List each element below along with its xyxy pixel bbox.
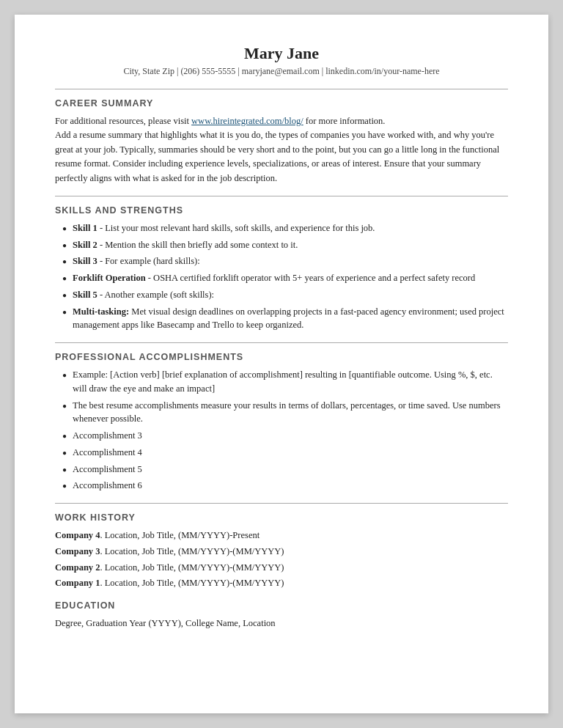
skills-list: Skill 1 - List your most relevant hard s… [55,221,508,332]
skills-title: SKILLS AND STRENGTHS [55,205,508,216]
accomplishment-text: Example: [Action verb] [brief explanatio… [73,368,508,396]
list-item: Accomplishment 5 [62,463,508,477]
education-section: EDUCATION Degree, Graduation Year (YYYY)… [55,600,508,630]
list-item: Multi-tasking: Met visual design deadlin… [62,305,508,333]
list-item: Accomplishment 4 [62,446,508,460]
applicant-name: Mary Jane [55,44,508,63]
list-item: Skill 5 - Another example (soft skills): [62,288,508,302]
list-item: Forklift Operation - OSHA certified fork… [62,271,508,285]
list-item: Accomplishment 3 [62,429,508,443]
education-title: EDUCATION [55,600,508,611]
company-name: Company 4 [55,530,100,540]
list-item: The best resume accomplishments measure … [62,399,508,427]
list-item: Skill 3 - For example (hard skills): [62,254,508,268]
work-item: Company 2. Location, Job Title, (MM/YYYY… [55,561,508,575]
accomplishment-text: Accomplishment 5 [73,463,142,477]
career-summary-divider [55,196,508,196]
list-item: Accomplishment 6 [62,479,508,493]
accomplishments-divider [55,503,508,504]
accomplishment-text: Accomplishment 4 [73,446,142,460]
hireintegrated-link[interactable]: www.hireintegrated.com/blog/ [191,116,303,126]
list-item: Skill 1 - List your most relevant hard s… [62,221,508,235]
work-history-section: WORK HISTORY Company 4. Location, Job Ti… [55,512,508,590]
work-detail: . Location, Job Title, (MM/YYYY)-Present [100,530,260,540]
accomplishment-text: Accomplishment 6 [73,479,142,493]
work-detail: . Location, Job Title, (MM/YYYY)-(MM/YYY… [100,562,284,573]
accomplishments-title: PROFESSIONAL ACCOMPLISHMENTS [55,352,508,362]
skill-label: Skill 2 - Mention the skill then briefly… [73,238,298,252]
skills-section: SKILLS AND STRENGTHS Skill 1 - List your… [55,205,508,332]
accomplishment-text: The best resume accomplishments measure … [73,399,508,427]
career-summary-body: For additional resources, please visit w… [55,114,508,185]
header-divider [55,89,508,89]
accomplishments-list: Example: [Action verb] [brief explanatio… [55,368,508,493]
accomplishment-text: Accomplishment 3 [73,429,142,443]
accomplishments-section: PROFESSIONAL ACCOMPLISHMENTS Example: [A… [55,352,508,493]
work-history-title: WORK HISTORY [55,512,508,523]
career-summary-title: CAREER SUMMARY [55,98,508,109]
list-item: Skill 2 - Mention the skill then briefly… [62,238,508,252]
resume-page: Mary Jane City, State Zip | (206) 555-55… [15,15,548,713]
list-item: Example: [Action verb] [brief explanatio… [62,368,508,396]
work-detail: . Location, Job Title, (MM/YYYY)-(MM/YYY… [100,546,284,556]
summary-text: Add a resume summary that highlights wha… [55,130,499,183]
career-summary-section: CAREER SUMMARY For additional resources,… [55,98,508,185]
company-name: Company 3 [55,546,100,556]
summary-intro: For additional resources, please visit [55,116,191,126]
company-name: Company 2 [55,562,100,573]
contact-text: City, State Zip | (206) 555-5555 | maryj… [123,66,439,76]
skill-label: Skill 3 - For example (hard skills): [73,254,200,268]
skill-label: Skill 1 - List your most relevant hard s… [73,221,375,235]
work-item: Company 3. Location, Job Title, (MM/YYYY… [55,545,508,559]
resume-header: Mary Jane City, State Zip | (206) 555-55… [55,44,508,77]
skill-label: Forklift Operation - OSHA certified fork… [73,271,475,285]
skill-label: Multi-tasking: Met visual design deadlin… [73,305,508,333]
contact-line: City, State Zip | (206) 555-5555 | maryj… [55,66,508,77]
education-text: Degree, Graduation Year (YYYY), College … [55,617,508,630]
work-detail: . Location, Job Title, (MM/YYYY)-(MM/YYY… [100,578,284,588]
work-item: Company 4. Location, Job Title, (MM/YYYY… [55,529,508,543]
skills-divider [55,342,508,343]
company-name: Company 1 [55,578,100,588]
skill-label: Skill 5 - Another example (soft skills): [73,288,214,302]
summary-intro-suffix: for more information. [303,116,386,126]
work-item: Company 1. Location, Job Title, (MM/YYYY… [55,576,508,590]
